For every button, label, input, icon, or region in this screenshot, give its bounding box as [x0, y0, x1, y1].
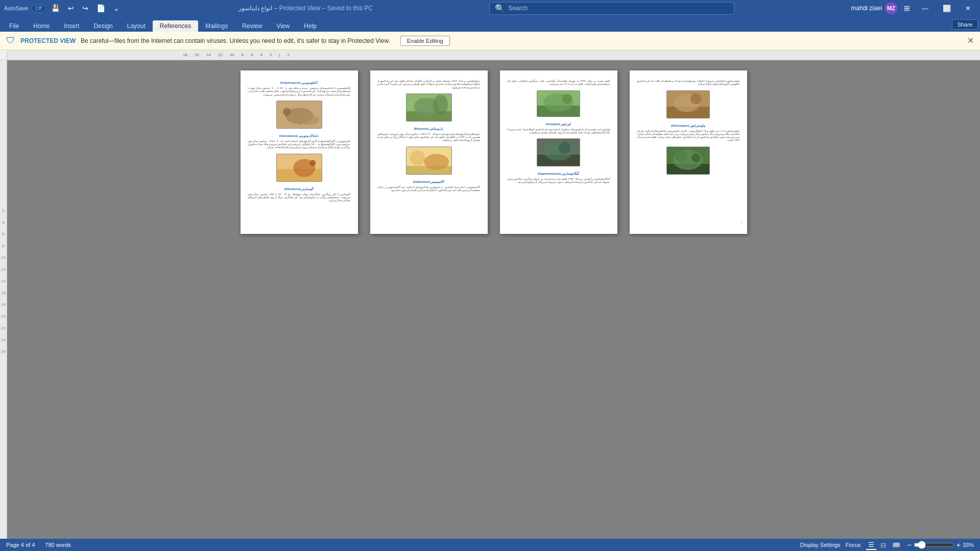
- doc-area: 2 4 6 8 10 12 14 16 18 20 22 24 26 آنکیل…: [0, 60, 980, 539]
- display-settings[interactable]: Display Settings: [800, 542, 841, 548]
- page-3: کشف شدند. در سال ۱۹۹۹ به وسیله دانشمندان…: [500, 70, 617, 234]
- page2-text1: دیپلودوکوس در سال ۱۸۷۸ توسط مارش در کلرا…: [377, 80, 481, 89]
- svg-point-16: [424, 154, 449, 170]
- user-name: mahdi ziaei: [851, 5, 882, 12]
- zoom-slider[interactable]: [914, 541, 954, 549]
- enable-editing-button[interactable]: Enable Editing: [400, 36, 450, 46]
- svg-point-15: [410, 150, 424, 165]
- status-bar: Page 4 of 4 780 words Display Settings F…: [0, 539, 980, 551]
- zoom-out-button[interactable]: −: [907, 541, 912, 549]
- more-icon[interactable]: ⌄: [111, 3, 122, 13]
- page4-img2: [666, 147, 710, 175]
- page2-img1: [406, 93, 452, 122]
- page3-title2: گیگانتوسارس (Giganotosaurus): [507, 172, 610, 175]
- page1-img1: 🦕: [276, 101, 322, 129]
- tab-references[interactable]: References: [153, 20, 198, 32]
- tab-insert[interactable]: Insert: [57, 20, 86, 32]
- svg-text:🦕: 🦕: [297, 122, 301, 126]
- shield-icon: 🛡: [6, 35, 15, 46]
- page2-text3: گالیمیموس یا شترمرغ دایناسور، از سریع‌تر…: [377, 186, 481, 193]
- view-buttons: ☰ ⊟ 📖: [866, 540, 902, 550]
- page-info: Page 4 of 4: [6, 542, 35, 548]
- search-input[interactable]: [508, 5, 729, 12]
- layout-icon[interactable]: ⊞: [901, 3, 913, 13]
- page3-img2: [537, 138, 580, 166]
- protected-view-title: PROTECTED VIEW: [20, 37, 76, 44]
- pages-row: آنکیلوسورس (Ankylosaurus) آنکیلوسورس یا …: [241, 70, 747, 234]
- svg-point-2: [282, 108, 291, 116]
- page1-title3: آلوسارس (Allosaurus): [248, 187, 351, 190]
- read-mode-button[interactable]: 📖: [890, 541, 902, 549]
- dino-svg-1: 🦕: [277, 101, 322, 129]
- dino-svg-2: [277, 154, 322, 182]
- title-bar-search[interactable]: 🔍: [489, 2, 734, 15]
- page1-text2: کارنوتوروس یا گاو گوشتخوار از گروه آبلیز…: [248, 140, 351, 150]
- tab-home[interactable]: Home: [26, 20, 57, 32]
- dino-svg-6: [537, 138, 580, 166]
- ruler-area: 18 16 14 12 10 8 6 4 2 | 2: [0, 50, 980, 60]
- tab-file[interactable]: File: [2, 20, 26, 32]
- page2-title2: گالیمیموس (Gallimimus): [377, 180, 481, 183]
- dino-svg-5: [537, 90, 580, 117]
- page4-img1: [666, 90, 710, 118]
- svg-point-24: [559, 142, 570, 154]
- title-bar-center: انواع دایناسور – Protected View – Saved …: [238, 5, 373, 12]
- zoom-controls: − + 33%: [907, 541, 974, 549]
- page3-text3: گیگانتوسارس در آرژانتین در سال ۱۹۹۴ کشف …: [507, 178, 610, 184]
- doc-title: انواع دایناسور – Protected View – Saved …: [238, 5, 373, 12]
- page4-text1: ولوسیراپتور یا شکارچی سریع، از خانواده د…: [637, 80, 740, 86]
- page4-title1: ولوسیراپتور (Velociraptor): [637, 124, 740, 127]
- ruler-top: 18 16 14 12 10 8 6 4 2 | 2: [7, 50, 980, 60]
- user-avatar[interactable]: MZ: [885, 2, 897, 14]
- user-info: mahdi ziaei MZ: [851, 2, 897, 14]
- page-1: آنکیلوسورس (Ankylosaurus) آنکیلوسورس یا …: [241, 70, 358, 234]
- tab-mailings[interactable]: Mailings: [198, 20, 235, 32]
- status-right: Display Settings Focus ☰ ⊟ 📖 − + 33%: [800, 540, 974, 550]
- svg-point-33: [691, 153, 701, 162]
- ribbon: File Home Insert Design Layout Reference…: [0, 16, 980, 32]
- tab-view[interactable]: View: [270, 20, 297, 32]
- print-layout-button[interactable]: ☰: [866, 540, 876, 550]
- redo-icon[interactable]: ↪: [80, 3, 91, 13]
- page4-text2: ولوسیراپتور با ۱.۸ متر طول و ۱۵ کیلوگرم …: [637, 130, 740, 142]
- page2-text2: باریونیکس از آبلیزاورهای اسپینوساریده بو…: [377, 133, 481, 142]
- restore-button[interactable]: ⬜: [938, 3, 956, 14]
- tab-layout[interactable]: Layout: [120, 20, 153, 32]
- word-count: 780 words: [45, 542, 71, 548]
- title-bar-left: AutoSave Off 💾 ↩ ↪ 📄 ⌄: [4, 3, 122, 13]
- save-icon[interactable]: 💾: [49, 3, 62, 13]
- page1-title1: آنکیلوسورس (Ankylosaurus): [248, 81, 351, 84]
- title-bar: AutoSave Off 💾 ↩ ↪ 📄 ⌄ انواع دایناسور – …: [0, 0, 980, 16]
- share-button[interactable]: Share: [952, 19, 978, 30]
- tab-review[interactable]: Review: [235, 20, 269, 32]
- autosave-toggle[interactable]: Off: [32, 5, 45, 12]
- close-button[interactable]: ✕: [960, 3, 976, 14]
- left-ruler: 2 4 6 8 10 12 14 16 18 20 22 24 26: [0, 60, 7, 539]
- page2-title1: باریونیکس (Baryonyx): [377, 127, 481, 130]
- page3-img1: [537, 90, 580, 117]
- svg-point-3: [299, 115, 319, 125]
- tab-design[interactable]: Design: [86, 20, 119, 32]
- new-doc-icon[interactable]: 📄: [94, 3, 108, 13]
- ribbon-tabs: File Home Insert Design Layout Reference…: [0, 16, 980, 32]
- dino-svg-3: [407, 93, 451, 122]
- svg-point-32: [675, 150, 687, 161]
- undo-icon[interactable]: ↩: [65, 3, 77, 13]
- minimize-button[interactable]: —: [917, 3, 934, 14]
- page1-text3: آلوسارس یا یکی بزرگترین شکارچیان دوران ژ…: [248, 193, 351, 203]
- dino-svg-7: [667, 90, 709, 118]
- svg-point-8: [309, 160, 316, 166]
- focus-mode[interactable]: Focus: [846, 542, 861, 548]
- title-bar-right: mahdi ziaei MZ ⊞ — ⬜ ✕: [851, 2, 976, 14]
- web-layout-button[interactable]: ⊟: [878, 541, 888, 549]
- page-2: دیپلودوکوس در سال ۱۸۷۸ توسط مارش در کلرا…: [370, 70, 488, 234]
- banner-close-button[interactable]: ✕: [967, 36, 974, 45]
- zoom-level: 33%: [963, 542, 974, 548]
- doc-canvas: آنکیلوسورس (Ankylosaurus) آنکیلوسورس یا …: [7, 60, 980, 539]
- zoom-in-button[interactable]: +: [957, 541, 961, 549]
- page3-title1: اوراپتور (Oviraptor): [507, 123, 610, 126]
- search-icon: 🔍: [495, 4, 505, 13]
- ruler-corner: [0, 50, 7, 60]
- svg-point-20: [562, 93, 572, 104]
- tab-help[interactable]: Help: [297, 20, 324, 32]
